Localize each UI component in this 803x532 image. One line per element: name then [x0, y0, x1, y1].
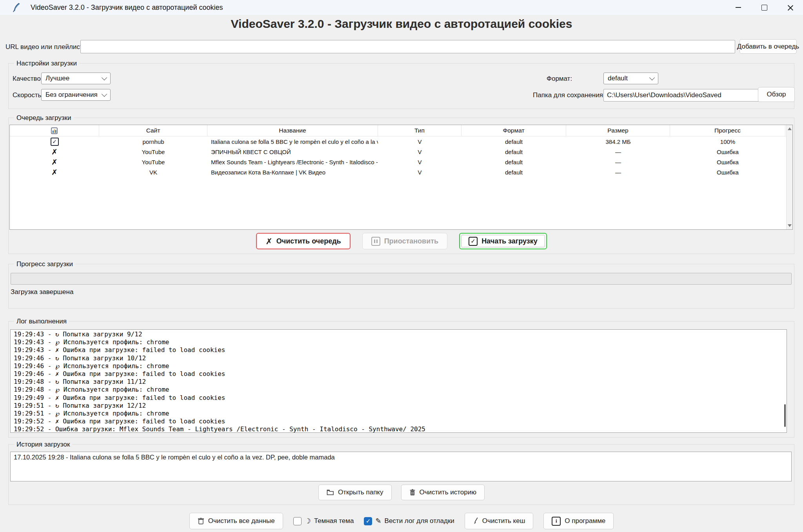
table-row[interactable]: ✓pornhubItaliana culona se folla 5 BBC y…: [10, 136, 792, 147]
column-site[interactable]: Сайт: [99, 125, 207, 136]
clear-queue-button[interactable]: ✗ Очистить очередь: [256, 233, 350, 249]
clear-all-data-button[interactable]: Очистить все данные: [189, 513, 283, 529]
cell-title: Italiana culona se folla 5 BBC y le romp…: [207, 136, 378, 147]
column-size[interactable]: Размер: [566, 125, 670, 136]
log-group-title: Лог выполнения: [14, 318, 69, 325]
column-progress[interactable]: Прогресс: [670, 125, 785, 136]
close-button[interactable]: [777, 0, 803, 15]
progress-group-title: Прогресс загрузки: [14, 260, 75, 268]
cell-site: YouTube: [99, 157, 207, 167]
cell-format: default: [461, 157, 566, 167]
progress-group: Прогресс загрузки: [8, 264, 794, 309]
cell-size: 384.2 МБ: [566, 136, 670, 147]
speed-label: Скорость:: [13, 91, 43, 99]
cell-site: YouTube: [99, 147, 207, 157]
open-folder-button[interactable]: Открыть папку: [318, 485, 391, 500]
queue-rows: ✓pornhubItaliana culona se folla 5 BBC y…: [10, 136, 792, 177]
chevron-down-icon: [102, 91, 107, 97]
chevron-down-icon: [649, 75, 655, 80]
about-button[interactable]: i О программе: [543, 513, 614, 529]
cell-select[interactable]: ✓: [10, 136, 99, 147]
table-row[interactable]: ✗YouTubeMflex Sounds Team - Lightyears /…: [10, 157, 792, 167]
debug-log-checkbox[interactable]: ✓: [364, 517, 372, 525]
column-title[interactable]: Название: [207, 125, 378, 136]
start-download-button[interactable]: ✓ Начать загрузку: [459, 233, 547, 249]
info-icon: i: [552, 517, 561, 526]
pause-icon: [371, 237, 380, 246]
log-scrollbar-thumb[interactable]: [784, 404, 786, 427]
table-row[interactable]: ✗YouTubeЭПИЧНЫЙ КВЕСТ С ОВЦОЙVdefault—Ош…: [10, 147, 792, 157]
trash-icon: [409, 489, 416, 496]
table-row[interactable]: ✗VKВидеозаписи Кота Ва-Колпаке | VK Виде…: [10, 167, 792, 177]
progress-bar: [11, 273, 792, 285]
cross-icon: ✗: [51, 169, 58, 176]
quality-value: Лучшее: [45, 74, 69, 82]
cell-type: V: [378, 136, 461, 147]
open-folder-label: Открыть папку: [338, 488, 383, 496]
cell-type: V: [378, 147, 461, 157]
save-folder-label: Папка для сохранения:: [533, 91, 605, 99]
cell-format: default: [461, 147, 566, 157]
quality-select[interactable]: Лучшее: [41, 73, 111, 84]
checked-box-icon: ✓: [51, 138, 59, 146]
history-group-title: История загрузок: [14, 441, 72, 448]
cell-site: pornhub: [99, 136, 207, 147]
save-folder-input[interactable]: C:\Users\User\Downloads\VideoSaved: [603, 89, 760, 102]
minimize-icon: [736, 7, 741, 8]
queue-actions: ✗ Очистить очередь Приостановить ✓ Начат…: [0, 233, 803, 249]
speed-value: Без ограничения: [45, 91, 98, 99]
quality-label: Качество:: [13, 75, 43, 83]
cell-select[interactable]: ✗: [10, 167, 99, 177]
cell-title: Видеозаписи Кота Ва-Колпаке | VK Видео: [207, 167, 378, 177]
debug-log-toggle[interactable]: ✓ ✎ Вести лог для отладки: [364, 517, 454, 525]
cell-size: —: [566, 157, 670, 167]
pause-button[interactable]: Приостановить: [362, 233, 447, 249]
url-input[interactable]: [80, 40, 735, 53]
pause-label: Приостановить: [384, 237, 438, 245]
cell-format: default: [461, 136, 566, 147]
cell-site: VK: [99, 167, 207, 177]
column-format[interactable]: Формат: [461, 125, 566, 136]
speed-select[interactable]: Без ограничения: [41, 89, 111, 101]
history-list[interactable]: 17.10.2025 19:28 - Italiana culona se fo…: [10, 452, 792, 481]
column-type[interactable]: Тип: [378, 125, 461, 136]
close-icon: [787, 5, 793, 11]
app-icon: [13, 3, 21, 12]
clear-history-button[interactable]: Очистить историю: [401, 485, 485, 500]
cell-progress: 100%: [670, 136, 785, 147]
folder-icon: [327, 489, 334, 496]
scroll-down-icon[interactable]: [788, 224, 792, 227]
history-entry[interactable]: 17.10.2025 19:28 - Italiana culona se fo…: [14, 454, 788, 461]
cell-progress: Ошибка: [670, 147, 785, 157]
moon-icon: ☽: [305, 517, 311, 525]
add-to-queue-button[interactable]: Добавить в очередь: [739, 39, 797, 54]
dark-theme-checkbox[interactable]: [293, 517, 302, 525]
queue-scrollbar[interactable]: [786, 125, 792, 229]
log-text: 19:29:43 - ↻ Попытка загрузки 9/12 19:29…: [11, 330, 787, 433]
minimize-button[interactable]: [725, 0, 751, 15]
clear-queue-label: Очистить очередь: [276, 237, 341, 245]
maximize-button[interactable]: [751, 0, 777, 15]
cell-size: —: [566, 167, 670, 177]
broom-icon: [473, 517, 478, 525]
cell-progress: Ошибка: [670, 157, 785, 167]
page-title: VideoSaver 3.2.0 - Загрузчик видео с авт…: [0, 17, 803, 31]
cell-select[interactable]: ✗: [10, 147, 99, 157]
bar-chart-icon: [51, 127, 58, 134]
cell-progress: Ошибка: [670, 167, 785, 177]
debug-log-label: Вести лог для отладки: [385, 517, 454, 525]
column-select-header[interactable]: [10, 125, 99, 136]
browse-button[interactable]: Обзор: [758, 87, 795, 102]
chevron-down-icon: [102, 75, 107, 80]
scroll-up-icon[interactable]: [788, 127, 792, 130]
clear-cache-button[interactable]: Очистить кеш: [465, 513, 533, 529]
format-select[interactable]: default: [603, 73, 658, 84]
log-output[interactable]: 19:29:43 - ↻ Попытка загрузки 9/12 19:29…: [10, 329, 787, 433]
cell-select[interactable]: ✗: [10, 157, 99, 167]
cross-icon: ✗: [51, 158, 58, 166]
checked-box-icon: ✓: [469, 237, 478, 246]
cross-icon: ✗: [51, 148, 58, 156]
start-label: Начать загрузку: [481, 237, 538, 245]
cell-format: default: [461, 167, 566, 177]
dark-theme-toggle[interactable]: ☽ Темная тема: [293, 517, 354, 525]
